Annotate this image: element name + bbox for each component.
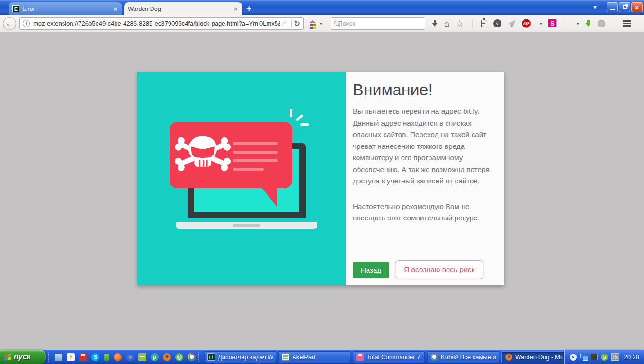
chrome-icon[interactable]: [188, 353, 196, 361]
globe-icon[interactable]: [598, 20, 605, 27]
close-window-button[interactable]: ×: [631, 2, 643, 12]
savefrom-caret-icon[interactable]: ▾: [577, 21, 579, 26]
downloads-icon[interactable]: [432, 20, 438, 27]
task-label: Диспетчер задач Wi...: [218, 354, 273, 361]
first-aid-icon[interactable]: +: [126, 353, 134, 361]
close-icon: ×: [635, 3, 639, 11]
spark-icon: [300, 123, 309, 126]
language-indicator[interactable]: Ru: [611, 353, 619, 361]
reload-icon[interactable]: ↻: [294, 19, 300, 28]
task-buttons: Диспетчер задач Wi... AkelPad Total Comm…: [204, 351, 573, 363]
start-button-label: пуск: [14, 353, 31, 361]
tab-blog-label: Блог: [22, 6, 113, 12]
warning-heading: Внимание!: [353, 81, 495, 99]
send-tab-icon[interactable]: [508, 20, 516, 27]
adblock-plus-icon[interactable]: ABP: [522, 19, 531, 28]
start-button[interactable]: пуск: [0, 350, 46, 364]
close-tab-icon[interactable]: ×: [233, 5, 239, 13]
task-label: Total Commander 7.5...: [367, 354, 421, 361]
menu-icon[interactable]: [623, 20, 631, 27]
task-label: Warden Dog - Mozilla ...: [515, 354, 570, 361]
winamp-icon[interactable]: [67, 353, 75, 361]
blog-favicon-icon: E: [12, 5, 19, 12]
new-tab-button[interactable]: +: [246, 3, 251, 14]
speed-dial-caret-icon[interactable]: ▾: [320, 21, 322, 26]
savefrom-icon[interactable]: S: [548, 19, 556, 27]
accept-risk-button[interactable]: Я осознаю весь риск: [395, 260, 483, 279]
tray-app-icon[interactable]: [591, 354, 598, 360]
system-tray: < µ Ru 20:20: [564, 350, 644, 364]
player-icon[interactable]: [104, 353, 109, 361]
spark-icon: [296, 114, 304, 122]
show-desktop-icon[interactable]: [54, 353, 63, 361]
home-icon[interactable]: ⌂: [444, 18, 449, 29]
speed-dial-roof: [309, 20, 316, 23]
pocket-icon[interactable]: ∨: [493, 19, 501, 27]
warning-buttons: Назад Я осознаю весь риск: [353, 260, 483, 279]
orange-app-icon[interactable]: [114, 353, 122, 361]
clock: 20:20: [624, 354, 639, 361]
taskbar: пуск S + µ @ Диспетчер задач Wi...: [0, 350, 644, 364]
page-content: Внимание! Вы пытаетесь перейти на адрес …: [0, 32, 644, 350]
url-input[interactable]: [33, 20, 280, 27]
utorrent-icon[interactable]: µ: [151, 353, 159, 361]
restore-icon: [623, 5, 627, 9]
toolbar-divider: [614, 19, 614, 28]
task-button-total-commander[interactable]: Total Commander 7.5...: [353, 351, 425, 363]
task-button-kubik[interactable]: Kubik³ Все самые ин...: [427, 351, 499, 363]
laptop-base: [176, 222, 317, 229]
skull-crossbones-icon: [173, 127, 232, 183]
bubble-text-line: [233, 159, 278, 162]
speed-dial-home-icon[interactable]: [308, 20, 317, 27]
network-icon[interactable]: [580, 354, 588, 360]
search-input[interactable]: [338, 20, 421, 27]
restore-button[interactable]: [619, 2, 630, 12]
task-label: Kubik³ Все самые ин...: [441, 354, 496, 361]
save-app-icon[interactable]: [79, 353, 87, 361]
quick-launch-bar: S + µ @: [54, 353, 196, 361]
notepad-icon[interactable]: [138, 353, 146, 361]
warning-text-panel: Внимание! Вы пытаетесь перейти на адрес …: [346, 72, 504, 285]
speed-dial-tiles: [310, 24, 316, 29]
browser-titlebar: E Блог × Warden Dog × + ▼ ×: [0, 0, 644, 15]
url-bar[interactable]: i ⌂ ↻: [19, 17, 304, 30]
laptop-notch: [233, 224, 260, 227]
download-helper-icon[interactable]: [585, 20, 591, 27]
back-button[interactable]: ←: [3, 17, 16, 30]
task-button-taskmanager[interactable]: Диспетчер задач Wi...: [204, 351, 276, 363]
adblock-caret-icon[interactable]: ▾: [540, 21, 542, 26]
task-button-warden-dog[interactable]: Warden Dog - Mozilla ...: [501, 351, 573, 363]
task-button-akelpad[interactable]: AkelPad: [278, 351, 350, 363]
task-label: AkelPad: [292, 354, 315, 361]
warning-paragraph-2: Настоятельно рекомендую Вам не посещать …: [353, 201, 495, 224]
bookmark-star-icon[interactable]: ☆: [456, 18, 464, 29]
task-manager-icon: [207, 353, 215, 361]
bookmarks-menu-icon[interactable]: [481, 20, 487, 27]
warning-paragraph-1: Вы пытаетесь перейти на адрес bit.ly. Да…: [353, 106, 495, 187]
taskbar-separator: [48, 352, 50, 362]
utorrent-tray-icon[interactable]: µ: [601, 354, 608, 361]
windows-logo-icon: [4, 353, 11, 360]
minimize-button[interactable]: [607, 2, 618, 12]
bubble-text-line: [233, 142, 278, 145]
warning-card: Внимание! Вы пытаетесь перейти на адрес …: [137, 72, 504, 285]
page-action-home-icon[interactable]: ⌂: [282, 19, 286, 28]
back-nav-button[interactable]: Назад: [353, 262, 389, 278]
minimize-icon: [610, 9, 615, 10]
firefox-icon: [505, 354, 512, 361]
search-box[interactable]: [331, 17, 425, 30]
tab-warden-dog[interactable]: Warden Dog ×: [124, 2, 242, 15]
mail-icon[interactable]: @: [175, 353, 183, 361]
close-tab-icon[interactable]: ×: [113, 5, 118, 13]
chrome-icon: [431, 354, 438, 361]
tray-chevron-icon[interactable]: <: [570, 354, 577, 361]
info-icon[interactable]: i: [23, 20, 30, 27]
tab-blog[interactable]: E Блог ×: [9, 2, 122, 15]
akelpad-icon: [282, 353, 289, 361]
skype-icon[interactable]: S: [91, 353, 99, 361]
toolbar-divider: [472, 19, 473, 28]
total-commander-icon: [356, 353, 364, 361]
firefox-icon[interactable]: [163, 353, 171, 361]
tab-list-caret-icon[interactable]: ▼: [592, 4, 598, 10]
url-bar-divider: [291, 19, 292, 28]
